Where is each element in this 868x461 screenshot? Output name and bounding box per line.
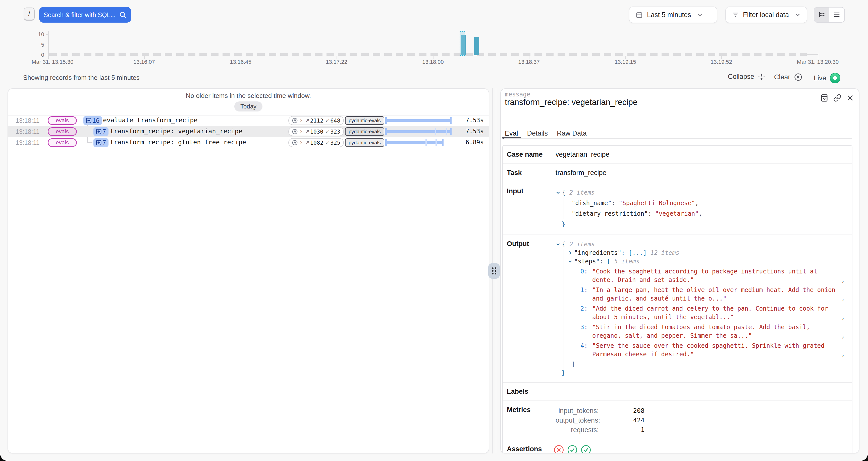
clear-button[interactable]: Clear bbox=[774, 73, 802, 81]
close-icon[interactable] bbox=[846, 94, 854, 102]
case-name-label: Case name bbox=[503, 146, 553, 163]
chevron-down-icon bbox=[795, 12, 800, 18]
live-indicator-icon bbox=[830, 73, 840, 83]
trace-row[interactable]: 13:18:11 evals 16 evaluate transform_rec… bbox=[8, 115, 489, 126]
assertions-label: Assertions bbox=[503, 440, 553, 454]
x-tick-mark bbox=[529, 56, 529, 59]
list-view-button[interactable] bbox=[829, 7, 844, 22]
drag-dots-icon bbox=[492, 268, 496, 274]
evals-tag-badge[interactable]: evals bbox=[48, 139, 77, 147]
tokens-icon bbox=[292, 128, 298, 134]
output-row: Output { 2 items "ingredients": [...] 12… bbox=[503, 235, 852, 382]
x-tick-mark bbox=[241, 56, 241, 59]
link-icon[interactable] bbox=[833, 94, 841, 102]
scope-badge[interactable]: pydantic-evals bbox=[345, 139, 384, 147]
panel-resize-handle[interactable] bbox=[488, 263, 500, 279]
metric-line: requests:1 bbox=[556, 425, 845, 435]
assertions-row: Assertions bbox=[503, 440, 852, 454]
x-axis-label: Mar 31. 13:15:30 bbox=[32, 59, 73, 65]
live-button[interactable]: Live bbox=[814, 73, 840, 83]
output-tokens-count: 648 bbox=[330, 118, 340, 124]
steps-item: 4:"Serve the sauce over the cooked spagh… bbox=[556, 341, 845, 359]
x-axis-label: 13:19:52 bbox=[711, 59, 732, 65]
y-tick-mark bbox=[46, 34, 49, 35]
y-axis-tick: 10 bbox=[20, 31, 44, 38]
expand-children-badge[interactable]: 7 bbox=[93, 127, 108, 136]
clear-label: Clear bbox=[774, 73, 790, 81]
time-range-label: Last 5 minutes bbox=[647, 11, 691, 19]
labels-label: Labels bbox=[503, 383, 553, 400]
caret-down-icon[interactable] bbox=[556, 242, 561, 247]
duration-text: 7.53s bbox=[466, 128, 484, 135]
tab-eval[interactable]: Eval bbox=[505, 129, 518, 137]
span-name[interactable]: evaluate transform_recipe bbox=[103, 117, 197, 124]
showing-records-text: Showing records from the last 5 minutes bbox=[23, 74, 140, 82]
steps-item: 3:"Stir in the diced tomatoes and tomato… bbox=[556, 323, 845, 340]
detail-title: transform_recipe: vegetarian_recipe bbox=[505, 97, 638, 107]
today-badge[interactable]: Today bbox=[234, 101, 262, 112]
x-axis-label: 13:16:45 bbox=[230, 59, 251, 65]
duration-text: 7.53s bbox=[466, 117, 484, 124]
trace-list-panel: No older items in the selected time wind… bbox=[7, 88, 489, 454]
output-json-viewer: { 2 items "ingredients": [...] 12 items … bbox=[553, 235, 852, 382]
duration-bar[interactable] bbox=[385, 115, 452, 126]
calendar-icon bbox=[636, 11, 643, 19]
histogram-selection[interactable] bbox=[460, 31, 465, 56]
dock-panel-icon[interactable] bbox=[820, 94, 828, 102]
slash-key-label: / bbox=[28, 10, 30, 18]
caret-down-icon[interactable] bbox=[568, 259, 572, 264]
row-timestamp: 13:18:11 bbox=[16, 128, 39, 135]
filter-local-dropdown[interactable]: Filter local data bbox=[725, 6, 807, 23]
arrow-up-right-icon: ↗ bbox=[305, 140, 310, 146]
duration-text: 6.89s bbox=[466, 139, 484, 146]
collapse-children-badge[interactable]: 16 bbox=[83, 116, 102, 125]
assertion-fail-icon[interactable] bbox=[554, 445, 564, 454]
time-range-dropdown[interactable]: Last 5 minutes bbox=[629, 6, 717, 23]
y-tick-mark bbox=[46, 45, 49, 45]
output-tokens-count: 323 bbox=[330, 128, 340, 135]
trace-row[interactable]: 13:18:11 evals 7 transform_recipe: glute… bbox=[8, 137, 489, 148]
x-tick-mark bbox=[721, 56, 722, 59]
tree-view-icon bbox=[818, 11, 826, 19]
live-label: Live bbox=[814, 74, 826, 82]
arrow-down-left-icon: ↙ bbox=[326, 128, 330, 134]
tab-raw-data[interactable]: Raw Data bbox=[557, 129, 587, 137]
labels-row: Labels bbox=[503, 382, 852, 400]
scope-badge[interactable]: pydantic-evals bbox=[345, 116, 384, 125]
tabs-divider bbox=[504, 138, 852, 139]
caret-right-icon[interactable] bbox=[568, 250, 572, 255]
tree-view-button[interactable] bbox=[814, 7, 829, 22]
arrow-down-left-icon: ↙ bbox=[326, 140, 330, 146]
task-label: Task bbox=[503, 164, 553, 182]
sigma-icon: Σ bbox=[300, 128, 303, 134]
span-name[interactable]: transform_recipe: gluten_free_recipe bbox=[110, 139, 246, 146]
token-usage-badge: Σ ↗1030 ↙323 bbox=[288, 127, 344, 136]
x-axis-label: 13:18:37 bbox=[518, 59, 540, 65]
tab-details[interactable]: Details bbox=[527, 129, 548, 137]
input-json-viewer: { 2 items "dish_name": "Spaghetti Bologn… bbox=[553, 182, 852, 235]
duration-bar[interactable] bbox=[385, 126, 452, 137]
items-count: 2 items bbox=[569, 241, 595, 248]
scope-badge[interactable]: pydantic-evals bbox=[345, 127, 384, 136]
metrics-label: Metrics bbox=[503, 401, 553, 440]
x-tick-mark bbox=[433, 56, 434, 59]
expand-children-badge[interactable]: 7 bbox=[93, 139, 108, 147]
span-name[interactable]: transform_recipe: vegetarian_recipe bbox=[110, 128, 242, 135]
input-tokens-count: 2112 bbox=[310, 118, 323, 124]
items-count: 12 items bbox=[650, 249, 679, 256]
indent-guide bbox=[564, 197, 564, 219]
collapse-button[interactable]: Collapse bbox=[728, 73, 765, 81]
evals-tag-badge[interactable]: evals bbox=[48, 127, 77, 136]
caret-down-icon[interactable] bbox=[556, 190, 561, 195]
trace-row-selected[interactable]: 13:18:11 evals 7 transform_recipe: veget… bbox=[8, 126, 489, 137]
assertion-pass-icon[interactable] bbox=[568, 445, 577, 454]
evals-tag-badge[interactable]: evals bbox=[48, 116, 77, 125]
duration-bar[interactable] bbox=[385, 137, 443, 148]
detail-panel: message transform_recipe: vegetarian_rec… bbox=[500, 88, 860, 454]
case-name-row: Case name vegetarian_recipe bbox=[503, 146, 852, 163]
assertion-pass-icon[interactable] bbox=[581, 445, 591, 454]
arrow-down-left-icon: ↙ bbox=[326, 118, 330, 124]
search-button[interactable]: Search & filter with SQL... bbox=[39, 7, 131, 23]
x-axis-label: Mar 31. 13:20:30 bbox=[797, 59, 839, 65]
histogram-bar[interactable] bbox=[474, 37, 479, 55]
